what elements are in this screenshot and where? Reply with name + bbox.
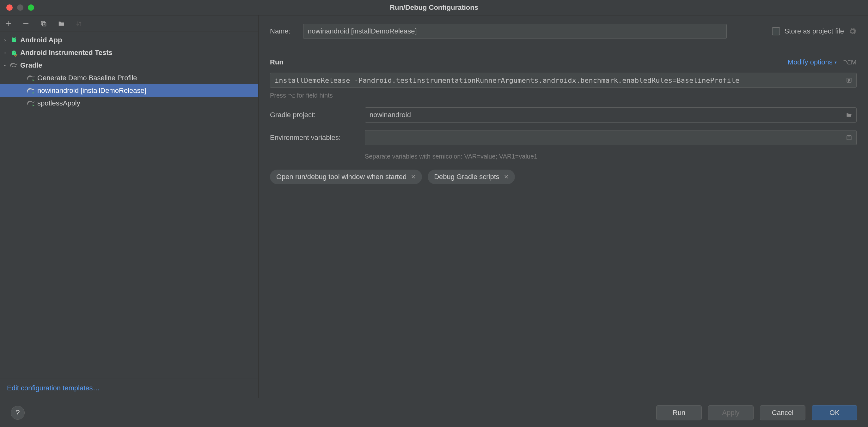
add-config-button[interactable] [4,19,13,28]
name-input[interactable] [303,24,727,39]
tree-label: Android App [20,36,62,44]
gradle-run-icon [27,86,35,95]
tree-label: Android Instrumented Tests [20,48,113,57]
zoom-window-button[interactable] [28,4,34,11]
chip-label: Open run/debug tool window when started [276,173,406,181]
modify-options-link[interactable]: Modify options ▾ [788,58,837,66]
env-vars-label: Environment variables: [270,134,365,142]
chip-remove-icon[interactable]: ✕ [411,173,416,180]
gradle-project-label: Gradle project: [270,111,365,119]
modify-options-label: Modify options [788,58,833,66]
store-as-file-label: Store as project file [784,27,844,35]
env-vars-row: Environment variables: [270,130,857,145]
field-hint: Press ⌥ for field hints [270,92,857,99]
edit-templates-link[interactable]: Edit configuration templates… [7,384,100,392]
window-controls [6,4,34,11]
svg-rect-3 [42,23,46,26]
tree-label: Gradle [20,61,42,69]
gradle-project-input[interactable] [365,107,857,123]
titlebar: Run/Debug Configurations [0,0,868,15]
env-vars-hint: Separate variables with semicolon: VAR=v… [365,153,857,160]
divider [270,49,857,49]
tree-node-spotless-apply[interactable]: spotlessApply [0,97,258,109]
modify-options-shortcut: ⌥M [843,58,857,66]
chevron-right-icon: › [3,37,8,43]
tree-node-generate-baseline[interactable]: Generate Demo Baseline Profile [0,72,258,84]
svg-rect-4 [41,21,45,25]
close-window-button[interactable] [6,4,13,11]
chip-label: Debug Gradle scripts [434,173,499,181]
tree-node-install-demo-release[interactable]: nowinandroid [installDemoRelease] [0,84,258,97]
chip-remove-icon[interactable]: ✕ [504,173,508,180]
store-as-file-checkbox[interactable] [772,27,780,35]
command-input-wrap [270,73,857,88]
svg-marker-11 [33,79,34,81]
svg-point-7 [13,39,13,40]
dialog-window: Run/Debug Configurations [0,0,868,427]
option-chips: Open run/debug tool window when started … [270,170,857,184]
android-icon [9,36,18,44]
window-title: Run/Debug Configurations [390,3,478,12]
chevron-down-icon: ▾ [835,60,837,65]
tree-node-gradle[interactable]: › Gradle [0,59,258,72]
tree-node-android-app[interactable]: › Android App [0,34,258,46]
chip-debug-gradle[interactable]: Debug Gradle scripts ✕ [428,170,515,184]
store-as-file-group: Store as project file [772,27,857,35]
run-button[interactable]: Run [656,405,702,420]
svg-point-10 [14,52,15,53]
apply-button: Apply [708,405,753,420]
left-panel: › Android App › Android Instrumented Tes… [0,15,258,398]
svg-marker-13 [33,104,34,106]
gradle-icon [9,61,18,70]
ok-button[interactable]: OK [812,405,857,420]
tree-node-android-tests[interactable]: › Android Instrumented Tests [0,46,258,59]
config-toolbar [0,15,258,32]
name-label: Name: [270,27,290,35]
gradle-project-row: Gradle project: [270,107,857,123]
gradle-run-icon [27,99,35,108]
svg-point-8 [14,39,15,40]
gradle-run-icon [27,74,35,83]
tree-label: spotlessApply [37,99,80,107]
button-group: Run Apply Cancel OK [656,405,857,420]
minimize-window-button[interactable] [17,4,23,11]
config-tree[interactable]: › Android App › Android Instrumented Tes… [0,32,258,378]
android-test-icon [9,48,18,57]
sort-config-button [74,19,84,28]
svg-point-9 [13,52,13,53]
copy-config-button[interactable] [39,19,48,28]
remove-config-button[interactable] [22,19,30,28]
chevron-right-icon: › [3,50,8,56]
command-input[interactable] [270,73,857,88]
folder-open-icon[interactable] [845,111,853,119]
name-row: Name: Store as project file [270,24,857,39]
gear-icon[interactable] [848,27,857,35]
left-footer: Edit configuration templates… [0,378,258,398]
cancel-button[interactable]: Cancel [760,405,805,420]
chip-open-tool-window[interactable]: Open run/debug tool window when started … [270,170,422,184]
env-vars-input[interactable] [365,130,857,145]
list-icon[interactable] [845,134,853,141]
help-button[interactable]: ? [11,406,25,420]
content: › Android App › Android Instrumented Tes… [0,15,868,398]
tree-label: nowinandroid [installDemoRelease] [37,87,146,95]
folder-config-button[interactable] [57,19,66,28]
modify-options-group: Modify options ▾ ⌥M [788,58,857,66]
run-section-title: Run [270,58,283,66]
svg-marker-12 [33,92,34,94]
right-panel: Name: Store as project file Run Modify o… [258,15,868,398]
expand-icon[interactable] [845,76,853,84]
chevron-down-icon: › [2,63,8,68]
tree-label: Generate Demo Baseline Profile [37,74,137,82]
bottom-bar: ? Run Apply Cancel OK [0,398,868,427]
run-section-header: Run Modify options ▾ ⌥M [270,58,857,66]
